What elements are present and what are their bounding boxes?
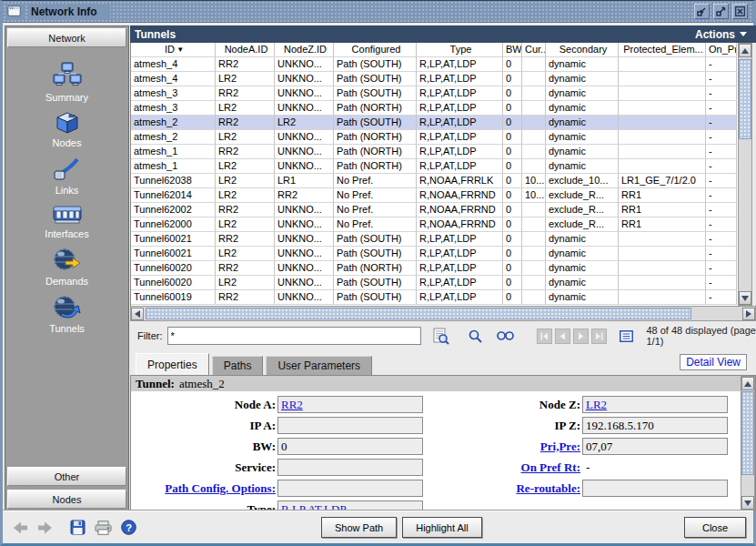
- table-cell: [522, 116, 546, 130]
- actions-menu[interactable]: Actions: [695, 28, 747, 41]
- column-header[interactable]: Cur...: [522, 43, 546, 57]
- property-field[interactable]: 192.168.5.170: [582, 417, 728, 434]
- property-field[interactable]: [277, 459, 423, 476]
- back-button[interactable]: [14, 521, 28, 534]
- sidebar-section-nodes[interactable]: Nodes: [7, 490, 126, 509]
- table-row[interactable]: Tunnel62014LR2RR2No Pref.R,NOAA,FRRND010…: [131, 188, 738, 203]
- column-header[interactable]: BW: [503, 43, 522, 57]
- sidebar-item-interfaces[interactable]: Interfaces: [5, 204, 128, 239]
- property-label[interactable]: Path Config. Options:: [131, 481, 277, 496]
- property-field[interactable]: RR2: [277, 396, 423, 413]
- table-row[interactable]: atmesh_4RR2UNKNO...Path (SOUTH)R,LP,AT,L…: [131, 57, 738, 72]
- property-label[interactable]: Re-routable:: [436, 481, 582, 496]
- property-field[interactable]: -: [582, 459, 728, 476]
- table-vertical-scrollbar[interactable]: [738, 43, 752, 306]
- close-dialog-button[interactable]: Close: [684, 517, 746, 538]
- table-row[interactable]: atmesh_3LR2UNKNO...Path (NORTH)R,LP,AT,L…: [131, 101, 738, 116]
- scroll-left-button[interactable]: [131, 308, 144, 320]
- scroll-down-button[interactable]: [739, 291, 751, 305]
- table-row[interactable]: atmesh_2RR2LR2Path (SOUTH)R,LP,AT,LDP0dy…: [131, 116, 738, 130]
- property-field[interactable]: [277, 480, 423, 497]
- print-button[interactable]: [95, 521, 112, 535]
- maximize-button[interactable]: [713, 4, 729, 19]
- sidebar-item-tunnels[interactable]: Tunnels: [5, 295, 128, 334]
- sidebar-section-other[interactable]: Other: [7, 467, 126, 486]
- table-row[interactable]: Tunnel60020RR2UNKNO...Path (NORTH)R,LP,A…: [131, 261, 738, 276]
- show-path-button[interactable]: Show Path: [321, 517, 397, 538]
- table-row[interactable]: Tunnel62000LR2UNKNO...No Pref.R,NOAA,FRR…: [131, 217, 738, 232]
- table-row[interactable]: atmesh_1RR2UNKNO...Path (NORTH)R,LP,AT,L…: [131, 145, 738, 159]
- sidebar-item-demands[interactable]: Demands: [5, 248, 128, 287]
- titlebar[interactable]: Network Info: [3, 1, 753, 23]
- properties-vertical-scrollbar[interactable]: [741, 376, 755, 511]
- column-header[interactable]: Secondary: [546, 43, 619, 57]
- sidebar-section-network[interactable]: Network: [7, 28, 126, 47]
- column-header[interactable]: Type: [417, 43, 503, 57]
- help-button[interactable]: ?: [121, 520, 136, 535]
- table-row[interactable]: Tunnel60020LR2UNKNO...Path (SOUTH)R,LP,A…: [131, 276, 738, 290]
- column-header[interactable]: NodeA.ID: [216, 43, 275, 57]
- column-header[interactable]: NodeZ.ID: [275, 43, 334, 57]
- first-page-button[interactable]: [537, 329, 552, 344]
- sidebar-item-summary[interactable]: Summary: [5, 62, 128, 103]
- column-header[interactable]: Protected_Elem...: [619, 43, 706, 57]
- property-field[interactable]: LR2: [582, 396, 728, 413]
- table-cell: R,LP,AT,LDP: [417, 276, 503, 290]
- pagination-controls: [537, 329, 607, 344]
- save-button[interactable]: [70, 520, 86, 535]
- zoom-search-button[interactable]: [468, 329, 483, 344]
- table-row[interactable]: atmesh_4LR2UNKNO...Path (SOUTH)R,LP,AT,L…: [131, 72, 738, 86]
- scroll-up-button[interactable]: [741, 377, 754, 390]
- column-header[interactable]: ID ▼: [131, 43, 216, 57]
- scroll-thumb[interactable]: [739, 59, 751, 139]
- table-row[interactable]: Tunnel62038LR2LR1No Pref.R,NOAA,FRRLK010…: [131, 174, 738, 188]
- property-value-link[interactable]: RR2: [281, 398, 303, 411]
- property-value-link[interactable]: R,LP,AT,LDP: [281, 502, 347, 511]
- property-label[interactable]: Pri,Pre:: [436, 440, 582, 454]
- next-page-button[interactable]: [573, 329, 589, 344]
- prev-page-button[interactable]: [555, 329, 570, 344]
- scroll-track[interactable]: [691, 307, 742, 320]
- table-row[interactable]: Tunnel60021RR2UNKNO...Path (SOUTH)R,LP,A…: [131, 232, 738, 247]
- scroll-right-button[interactable]: [742, 308, 755, 320]
- scroll-track[interactable]: [741, 475, 754, 496]
- scroll-thumb[interactable]: [146, 308, 691, 319]
- table-cell: Tunnel60020: [131, 276, 216, 290]
- detail-view-link[interactable]: Detail View: [680, 354, 747, 370]
- column-header[interactable]: On_Pri: [706, 43, 737, 57]
- table-row[interactable]: Tunnel60021LR2UNKNO...Path (SOUTH)R,LP,A…: [131, 247, 738, 261]
- property-field[interactable]: 07,07: [582, 438, 728, 455]
- filter-input[interactable]: [167, 327, 422, 345]
- table-row[interactable]: atmesh_2LR2UNKNO...Path (NORTH)R,LP,AT,L…: [131, 130, 738, 145]
- property-field[interactable]: 0: [277, 438, 423, 455]
- table-row[interactable]: Tunnel62002RR2UNKNO...No Pref.R,NOAA,FRR…: [131, 203, 738, 217]
- property-field[interactable]: R,LP,AT,LDP: [277, 500, 423, 511]
- property-label[interactable]: On Pref Rt:: [436, 460, 582, 475]
- table-row[interactable]: atmesh_3RR2UNKNO...Path (SOUTH)R,LP,AT,L…: [131, 86, 738, 101]
- table-horizontal-scrollbar[interactable]: [130, 306, 756, 321]
- property-field[interactable]: [582, 480, 728, 497]
- page-list-button[interactable]: [620, 330, 633, 342]
- sidebar-item-nodes[interactable]: Nodes: [5, 111, 128, 148]
- last-page-button[interactable]: [591, 329, 607, 344]
- advanced-search-button[interactable]: [496, 329, 515, 343]
- tab-user-parameters[interactable]: User Parameters: [266, 356, 372, 375]
- close-button[interactable]: [732, 4, 748, 19]
- sidebar-item-links[interactable]: Links: [5, 157, 128, 196]
- column-header[interactable]: Configured: [334, 43, 417, 57]
- cable-icon: [53, 157, 82, 182]
- property-value-link[interactable]: LR2: [586, 398, 607, 411]
- property-field[interactable]: [277, 417, 423, 434]
- search-report-button[interactable]: [432, 328, 449, 345]
- tab-properties[interactable]: Properties: [136, 353, 209, 375]
- table-row[interactable]: atmesh_1LR2UNKNO...Path (NORTH)R,LP,AT,L…: [131, 159, 738, 174]
- forward-button[interactable]: [37, 521, 52, 534]
- scroll-track[interactable]: [739, 139, 751, 291]
- table-row[interactable]: Tunnel60019RR2UNKNO...Path (SOUTH)R,LP,A…: [131, 290, 738, 305]
- tab-paths[interactable]: Paths: [212, 356, 264, 375]
- scroll-up-button[interactable]: [739, 44, 751, 57]
- scroll-thumb[interactable]: [741, 391, 754, 475]
- highlight-all-button[interactable]: Highlight All: [402, 517, 481, 538]
- minimize-button[interactable]: [694, 4, 710, 19]
- scroll-down-button[interactable]: [741, 496, 754, 510]
